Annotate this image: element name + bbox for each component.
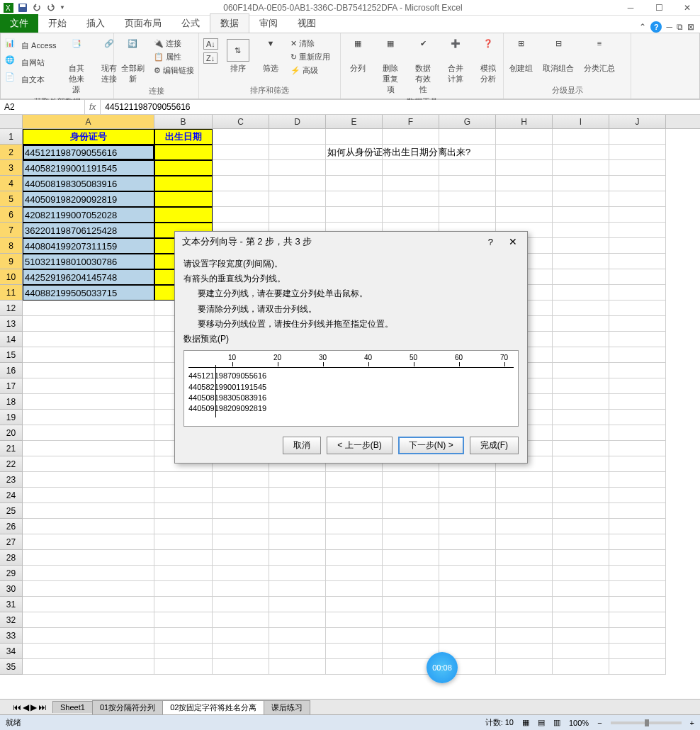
ribbon-restore-icon[interactable]: ⧉ [677,22,683,32]
cell[interactable]: 如何从身份证将出生日期分离出来? [326,145,383,160]
cell[interactable] [496,659,553,675]
cell[interactable] [154,472,213,488]
sheet-nav-last-icon[interactable]: ⏭ [38,702,47,712]
col-header-i[interactable]: I [553,115,609,128]
consolidate-button[interactable]: ➕合并计算 [441,38,470,86]
cell[interactable] [609,176,666,191]
col-header-f[interactable]: F [383,115,439,128]
cell[interactable] [269,145,326,160]
cell[interactable] [383,628,439,644]
cell[interactable] [609,285,666,301]
tab-file[interactable]: 文件 [0,14,38,33]
cell[interactable] [23,347,154,363]
cell[interactable] [23,332,154,347]
row-header[interactable]: 3 [0,160,23,176]
cell[interactable] [609,378,666,394]
cell[interactable] [23,378,154,394]
cell[interactable] [609,441,666,456]
row-header[interactable]: 21 [0,441,23,456]
cell[interactable] [383,191,439,207]
cell[interactable] [439,472,496,488]
cell[interactable] [439,628,496,644]
cell[interactable] [326,503,383,519]
cell[interactable] [496,550,553,566]
row-header[interactable]: 8 [0,238,23,254]
cell[interactable] [269,597,326,612]
cell[interactable] [553,597,609,612]
cell[interactable] [439,207,496,223]
cell[interactable] [213,129,269,145]
subtotal-button[interactable]: ≡分类汇总 [581,38,618,75]
cell[interactable] [154,519,213,534]
cell[interactable] [383,160,439,176]
cell[interactable] [213,534,269,550]
cell[interactable] [154,145,213,160]
dialog-close-button[interactable]: ✕ [506,236,520,247]
advanced-button[interactable]: ⚡高级 [289,64,332,77]
cell[interactable] [269,160,326,176]
cell[interactable] [154,207,213,223]
edit-links-button[interactable]: ⚙编辑链接 [152,64,196,77]
cell[interactable] [609,269,666,285]
cell[interactable] [383,207,439,223]
cell[interactable] [213,160,269,176]
redo-icon[interactable] [45,2,57,13]
cell[interactable] [439,160,496,176]
row-header[interactable]: 9 [0,254,23,269]
cell[interactable] [213,550,269,566]
cell[interactable] [23,488,154,503]
cell[interactable] [553,285,609,301]
qat-dropdown-icon[interactable]: ▼ [60,4,65,11]
tab-review[interactable]: 审阅 [249,14,288,33]
cell[interactable] [553,191,609,207]
cell[interactable] [23,612,154,628]
cell[interactable] [154,534,213,550]
cell[interactable] [154,503,213,519]
cell[interactable] [439,566,496,581]
cell[interactable]: 440509198209092819 [23,191,154,207]
text-to-columns-button[interactable]: ▦分列 [344,38,372,75]
connections-button[interactable]: 🔌连接 [152,38,196,50]
zoom-level[interactable]: 100% [569,719,589,727]
cell[interactable] [269,207,326,223]
row-header[interactable]: 10 [0,269,23,285]
cell[interactable] [609,534,666,550]
cell[interactable] [383,581,439,597]
cell[interactable] [326,644,383,659]
cell[interactable] [439,191,496,207]
cell[interactable] [383,519,439,534]
ribbon-close-icon[interactable]: ⊠ [687,22,694,32]
row-header[interactable]: 29 [0,566,23,581]
cell[interactable] [609,503,666,519]
ribbon-minimize-icon[interactable]: ─ [666,22,672,32]
cell[interactable] [326,519,383,534]
clear-filter-button[interactable]: ✕清除 [289,38,332,50]
row-header[interactable]: 18 [0,394,23,410]
preview-box[interactable]: 10 20 30 40 50 60 70 445121198709055616 … [184,350,519,427]
cell[interactable] [154,581,213,597]
col-header-g[interactable]: G [439,115,496,128]
cell[interactable]: 420821199007052028 [23,207,154,223]
view-pagebreak-icon[interactable]: ▥ [553,718,560,727]
cell[interactable] [496,503,553,519]
dialog-titlebar[interactable]: 文本分列向导 - 第 2 步，共 3 步 ? ✕ [175,232,527,252]
cell[interactable] [326,129,383,145]
cell[interactable] [609,410,666,425]
cell[interactable] [439,129,496,145]
cancel-button[interactable]: 取消 [283,437,321,454]
cell[interactable] [609,363,666,378]
row-header[interactable]: 35 [0,659,23,675]
cell[interactable] [496,191,553,207]
cell[interactable] [213,566,269,581]
sheet-nav-first-icon[interactable]: ⏮ [13,702,21,712]
row-header[interactable]: 28 [0,550,23,566]
cell[interactable] [326,534,383,550]
cell[interactable] [609,223,666,238]
cell[interactable] [23,503,154,519]
cell[interactable] [439,612,496,628]
tab-data[interactable]: 数据 [210,13,249,33]
cell[interactable] [23,597,154,612]
view-normal-icon[interactable]: ▦ [522,718,529,727]
row-header[interactable]: 2 [0,145,23,160]
cell[interactable] [269,581,326,597]
